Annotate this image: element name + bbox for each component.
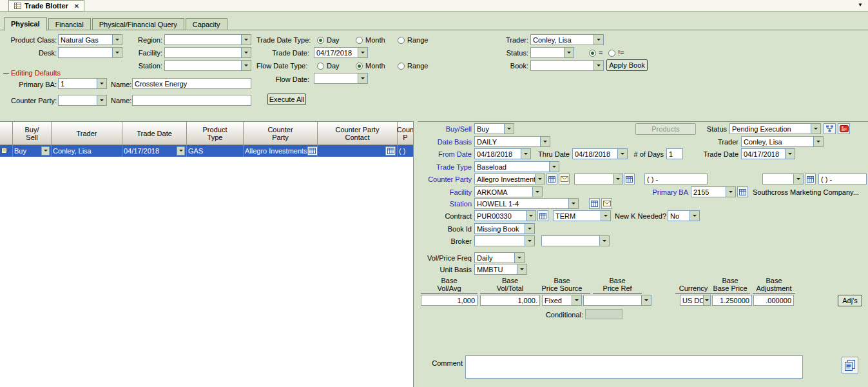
browse-grid-icon-button[interactable] [805,174,816,184]
station-filter-select[interactable] [164,60,251,71]
email-icon-button[interactable] [559,174,570,184]
chevron-down-icon[interactable] [521,149,530,159]
contract-select[interactable]: PUR00330 [474,210,536,221]
trade-date-type-month-radio[interactable] [356,37,363,44]
workflow-icon-button[interactable] [824,123,836,134]
base-vol-avg-field[interactable]: 1,000 [421,295,477,306]
chevron-down-icon[interactable] [41,146,50,155]
chevron-down-icon[interactable] [690,211,699,221]
status-filter-select[interactable] [530,47,574,58]
trade-date-filter-select[interactable]: 04/17/2018 [314,47,368,58]
price-source-select[interactable]: Fixed [542,295,582,306]
chevron-down-icon[interactable] [241,61,251,70]
trader-filter-select[interactable]: Conley, Lisa [530,34,604,45]
chevron-down-icon[interactable] [813,137,823,146]
base-price-field[interactable]: 1.250000 [712,295,752,306]
trade-date-select[interactable]: 04/17/2018 [741,148,795,159]
book-filter-select[interactable] [530,60,604,71]
chevron-down-icon[interactable] [358,74,367,83]
contact2-phone-field[interactable]: ( ) - [818,174,867,184]
table-row[interactable]: Buy Conley, Lisa 04/17/2018 GAS Allegro … [0,145,413,157]
column-header-trader[interactable]: Trader [52,122,122,145]
counter-party-select[interactable]: Allegro Investment [474,174,545,184]
chevron-down-icon[interactable] [177,146,185,155]
contact-select[interactable] [574,174,623,184]
chevron-down-icon[interactable] [793,174,803,184]
trade-date-type-day-radio[interactable] [317,37,324,44]
region-select[interactable] [164,34,251,45]
broker-select[interactable] [474,235,535,246]
chevron-down-icon[interactable] [601,211,610,221]
status-equals-radio[interactable] [589,50,596,57]
chevron-down-icon[interactable] [549,162,559,172]
apply-book-button[interactable]: Apply Book [606,59,648,71]
cell-trader[interactable]: Conley, Lisa [52,145,122,157]
browse-grid-icon[interactable] [307,146,318,155]
date-basis-select[interactable]: DAILY [474,136,550,147]
trade-blotter-document-tab[interactable]: Trade Blotter ✕ [8,0,84,12]
chevron-down-icon[interactable] [535,174,545,184]
chevron-down-icon[interactable] [241,35,251,45]
chevron-down-icon[interactable] [112,35,122,45]
chevron-down-icon[interactable] [613,174,622,184]
chevron-down-icon[interactable] [540,137,550,146]
chevron-down-icon[interactable] [526,211,535,221]
flow-date-select[interactable] [314,73,368,84]
base-vol-total-field[interactable]: 1,000. [480,295,540,306]
copy-notes-icon-button[interactable] [842,357,858,373]
facility-select[interactable]: ARKOMA [474,186,543,197]
chevron-down-icon[interactable] [525,224,534,233]
close-tab-icon[interactable]: ✕ [74,3,79,10]
chevron-down-icon[interactable] [703,295,710,305]
tab-physical-financial-query[interactable]: Physical/Financial Query [92,18,184,30]
contact-phone-field[interactable]: ( ) - [644,174,708,184]
base-adjustment-field[interactable]: .000000 [753,295,794,306]
chevron-down-icon[interactable] [593,35,603,45]
buy-sell-select[interactable]: Buy [474,123,514,134]
products-button[interactable]: Products [635,123,696,135]
chevron-down-icon[interactable] [726,187,735,197]
column-header-product-type[interactable]: Product Type [187,122,244,145]
chevron-down-icon[interactable] [532,187,542,197]
column-header-trade-date[interactable]: Trade Date [122,122,187,145]
contact2-select[interactable] [762,174,804,184]
chevron-down-icon[interactable] [811,124,820,134]
column-header-counter-party[interactable]: Counter Party [244,122,318,145]
unit-basis-select[interactable]: MMBTU [474,264,527,275]
product-class-select[interactable]: Natural Gas [58,34,122,45]
browse-grid-icon-button[interactable] [589,198,600,209]
cell-counter-party-contact[interactable] [318,145,398,157]
red-stamp-icon-button[interactable] [838,123,850,134]
tab-capacity[interactable]: Capacity [186,18,227,30]
row-marker-column-header[interactable] [0,122,13,145]
chevron-down-icon[interactable] [525,236,534,246]
chevron-down-icon[interactable] [241,48,251,57]
num-days-field[interactable]: 1 [666,148,683,159]
chevron-down-icon[interactable] [514,253,524,263]
cell-product-type[interactable]: GAS [187,145,244,157]
tab-physical[interactable]: Physical [4,17,47,31]
execute-all-button[interactable]: Execute All [267,94,306,105]
trade-type-select[interactable]: Baseload [474,161,559,172]
tab-list-dropdown-icon[interactable]: ▼ [858,2,863,8]
chevron-down-icon[interactable] [97,79,106,88]
status-not-equals-radio[interactable] [608,50,615,57]
status-select[interactable]: Pending Execution [729,123,821,134]
facility-filter-select[interactable] [164,47,251,58]
cell-counter-party-phone[interactable]: ( ) [398,145,414,157]
chevron-down-icon[interactable] [504,124,514,134]
new-k-needed-select[interactable]: No [668,210,700,221]
column-header-buy-sell[interactable]: Buy/ Sell [13,122,52,145]
browse-grid-icon[interactable] [385,146,396,155]
chevron-down-icon[interactable] [593,61,603,70]
column-header-counter-party-phone[interactable]: Coun P [398,122,414,145]
chevron-down-icon[interactable] [785,149,795,159]
flow-date-type-range-radio[interactable] [398,63,405,70]
trade-date-type-range-radio[interactable] [398,37,405,44]
desk-select[interactable] [58,47,122,58]
book-id-select[interactable]: Missing Book [474,223,535,234]
cell-counter-party[interactable]: Allegro Investments [244,145,318,157]
chevron-down-icon[interactable] [568,199,578,208]
chevron-down-icon[interactable] [599,236,609,246]
trader-select[interactable]: Conley, Lisa [741,136,824,147]
